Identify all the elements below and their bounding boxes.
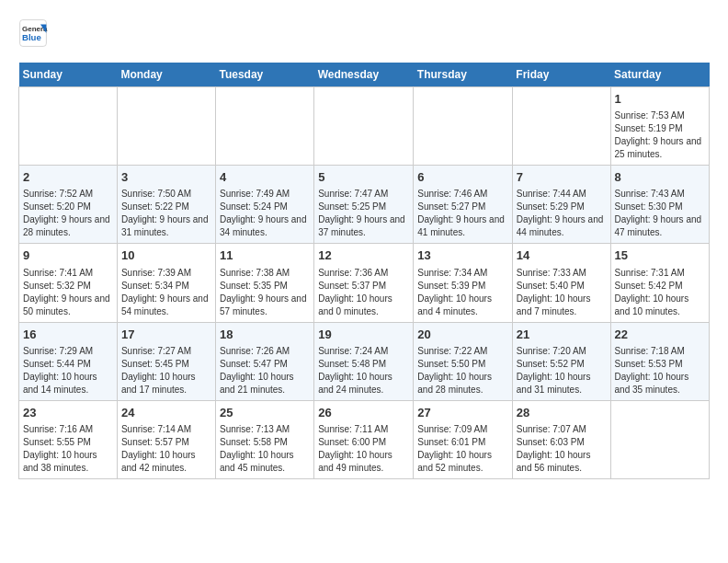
day-number: 9 — [23, 247, 113, 264]
calendar-cell — [215, 87, 313, 166]
day-info: Sunrise: 7:20 AM Sunset: 5:52 PM Dayligh… — [517, 345, 607, 396]
day-info: Sunrise: 7:41 AM Sunset: 5:32 PM Dayligh… — [23, 267, 113, 318]
calendar-cell: 28Sunrise: 7:07 AM Sunset: 6:03 PM Dayli… — [512, 400, 610, 478]
calendar-cell — [19, 87, 118, 166]
calendar-cell: 18Sunrise: 7:26 AM Sunset: 5:47 PM Dayli… — [215, 322, 313, 400]
calendar-cell: 16Sunrise: 7:29 AM Sunset: 5:44 PM Dayli… — [19, 322, 118, 400]
day-number: 28 — [517, 405, 607, 421]
calendar-week-row: 23Sunrise: 7:16 AM Sunset: 5:55 PM Dayli… — [19, 400, 710, 478]
day-number: 14 — [517, 247, 607, 264]
day-number: 10 — [121, 247, 211, 264]
calendar-cell: 5Sunrise: 7:47 AM Sunset: 5:25 PM Daylig… — [314, 166, 414, 244]
calendar-cell: 23Sunrise: 7:16 AM Sunset: 5:55 PM Dayli… — [19, 400, 118, 478]
calendar-cell: 21Sunrise: 7:20 AM Sunset: 5:52 PM Dayli… — [512, 322, 610, 400]
day-number: 3 — [121, 169, 211, 186]
calendar-cell: 25Sunrise: 7:13 AM Sunset: 5:58 PM Dayli… — [215, 400, 313, 478]
calendar-cell: 1Sunrise: 7:53 AM Sunset: 5:19 PM Daylig… — [610, 87, 709, 166]
day-info: Sunrise: 7:22 AM Sunset: 5:50 PM Dayligh… — [417, 345, 508, 396]
day-number: 20 — [417, 327, 508, 343]
calendar-cell: 24Sunrise: 7:14 AM Sunset: 5:57 PM Dayli… — [117, 400, 215, 478]
day-number: 8 — [615, 169, 705, 186]
day-info: Sunrise: 7:27 AM Sunset: 5:45 PM Dayligh… — [121, 345, 211, 396]
day-number: 5 — [318, 169, 409, 186]
day-info: Sunrise: 7:31 AM Sunset: 5:42 PM Dayligh… — [615, 267, 705, 318]
calendar-cell: 2Sunrise: 7:52 AM Sunset: 5:20 PM Daylig… — [19, 166, 118, 244]
day-number: 25 — [220, 405, 310, 421]
calendar-cell: 14Sunrise: 7:33 AM Sunset: 5:40 PM Dayli… — [512, 244, 610, 322]
logo: General Blue — [18, 18, 51, 48]
day-number: 13 — [417, 247, 508, 264]
day-info: Sunrise: 7:36 AM Sunset: 5:37 PM Dayligh… — [318, 267, 409, 318]
day-number: 23 — [23, 405, 113, 421]
weekday-header: Thursday — [414, 63, 513, 87]
day-number: 22 — [615, 327, 705, 343]
calendar-cell: 20Sunrise: 7:22 AM Sunset: 5:50 PM Dayli… — [414, 322, 513, 400]
day-number: 1 — [615, 91, 705, 108]
day-info: Sunrise: 7:14 AM Sunset: 5:57 PM Dayligh… — [121, 423, 211, 475]
day-number: 21 — [517, 327, 607, 343]
day-number: 26 — [318, 405, 409, 421]
day-info: Sunrise: 7:07 AM Sunset: 6:03 PM Dayligh… — [517, 423, 607, 475]
weekday-header: Saturday — [610, 63, 709, 87]
day-info: Sunrise: 7:33 AM Sunset: 5:40 PM Dayligh… — [517, 267, 607, 318]
calendar-week-row: 9Sunrise: 7:41 AM Sunset: 5:32 PM Daylig… — [19, 244, 710, 322]
calendar-cell: 3Sunrise: 7:50 AM Sunset: 5:22 PM Daylig… — [117, 166, 215, 244]
calendar-cell: 27Sunrise: 7:09 AM Sunset: 6:01 PM Dayli… — [414, 400, 513, 478]
calendar-cell — [117, 87, 215, 166]
calendar-cell: 19Sunrise: 7:24 AM Sunset: 5:48 PM Dayli… — [314, 322, 414, 400]
weekday-header: Tuesday — [215, 63, 313, 87]
day-info: Sunrise: 7:44 AM Sunset: 5:29 PM Dayligh… — [517, 188, 607, 239]
day-info: Sunrise: 7:24 AM Sunset: 5:48 PM Dayligh… — [318, 345, 409, 396]
day-number: 24 — [121, 405, 211, 421]
day-info: Sunrise: 7:34 AM Sunset: 5:39 PM Dayligh… — [417, 267, 508, 318]
day-info: Sunrise: 7:43 AM Sunset: 5:30 PM Dayligh… — [615, 188, 705, 239]
day-info: Sunrise: 7:53 AM Sunset: 5:19 PM Dayligh… — [615, 109, 705, 161]
day-info: Sunrise: 7:09 AM Sunset: 6:01 PM Dayligh… — [417, 423, 508, 475]
weekday-header: Monday — [117, 63, 215, 87]
day-info: Sunrise: 7:11 AM Sunset: 6:00 PM Dayligh… — [318, 423, 409, 475]
calendar-week-row: 2Sunrise: 7:52 AM Sunset: 5:20 PM Daylig… — [19, 166, 710, 244]
calendar-cell — [314, 87, 414, 166]
calendar-table: SundayMondayTuesdayWednesdayThursdayFrid… — [18, 63, 710, 479]
day-info: Sunrise: 7:39 AM Sunset: 5:34 PM Dayligh… — [121, 267, 211, 318]
calendar-cell: 7Sunrise: 7:44 AM Sunset: 5:29 PM Daylig… — [512, 166, 610, 244]
calendar-cell: 11Sunrise: 7:38 AM Sunset: 5:35 PM Dayli… — [215, 244, 313, 322]
calendar-header-row: SundayMondayTuesdayWednesdayThursdayFrid… — [19, 63, 710, 87]
day-number: 12 — [318, 247, 409, 264]
calendar-week-row: 16Sunrise: 7:29 AM Sunset: 5:44 PM Dayli… — [19, 322, 710, 400]
day-info: Sunrise: 7:52 AM Sunset: 5:20 PM Dayligh… — [23, 188, 113, 239]
calendar-cell: 4Sunrise: 7:49 AM Sunset: 5:24 PM Daylig… — [215, 166, 313, 244]
calendar-cell: 15Sunrise: 7:31 AM Sunset: 5:42 PM Dayli… — [610, 244, 709, 322]
day-info: Sunrise: 7:13 AM Sunset: 5:58 PM Dayligh… — [220, 423, 310, 475]
weekday-header: Wednesday — [314, 63, 414, 87]
calendar-cell: 22Sunrise: 7:18 AM Sunset: 5:53 PM Dayli… — [610, 322, 709, 400]
day-number: 19 — [318, 327, 409, 343]
calendar-cell: 8Sunrise: 7:43 AM Sunset: 5:30 PM Daylig… — [610, 166, 709, 244]
day-number: 2 — [23, 169, 113, 186]
day-number: 15 — [615, 247, 705, 264]
calendar-cell: 10Sunrise: 7:39 AM Sunset: 5:34 PM Dayli… — [117, 244, 215, 322]
day-info: Sunrise: 7:26 AM Sunset: 5:47 PM Dayligh… — [220, 345, 310, 396]
day-info: Sunrise: 7:16 AM Sunset: 5:55 PM Dayligh… — [23, 423, 113, 475]
day-info: Sunrise: 7:50 AM Sunset: 5:22 PM Dayligh… — [121, 188, 211, 239]
day-number: 11 — [220, 247, 310, 264]
day-info: Sunrise: 7:18 AM Sunset: 5:53 PM Dayligh… — [615, 345, 705, 396]
day-number: 18 — [220, 327, 310, 343]
calendar-cell: 17Sunrise: 7:27 AM Sunset: 5:45 PM Dayli… — [117, 322, 215, 400]
calendar-cell — [610, 400, 709, 478]
calendar-cell — [414, 87, 513, 166]
day-number: 4 — [220, 169, 310, 186]
day-info: Sunrise: 7:38 AM Sunset: 5:35 PM Dayligh… — [220, 267, 310, 318]
day-number: 7 — [517, 169, 607, 186]
day-number: 16 — [23, 327, 113, 343]
day-number: 27 — [417, 405, 508, 421]
day-info: Sunrise: 7:47 AM Sunset: 5:25 PM Dayligh… — [318, 188, 409, 239]
svg-text:Blue: Blue — [22, 32, 41, 42]
weekday-header: Friday — [512, 63, 610, 87]
calendar-cell — [512, 87, 610, 166]
day-info: Sunrise: 7:46 AM Sunset: 5:27 PM Dayligh… — [417, 188, 508, 239]
day-info: Sunrise: 7:29 AM Sunset: 5:44 PM Dayligh… — [23, 345, 113, 396]
logo-icon: General Blue — [18, 18, 48, 48]
calendar-week-row: 1Sunrise: 7:53 AM Sunset: 5:19 PM Daylig… — [19, 87, 710, 166]
weekday-header: Sunday — [19, 63, 118, 87]
